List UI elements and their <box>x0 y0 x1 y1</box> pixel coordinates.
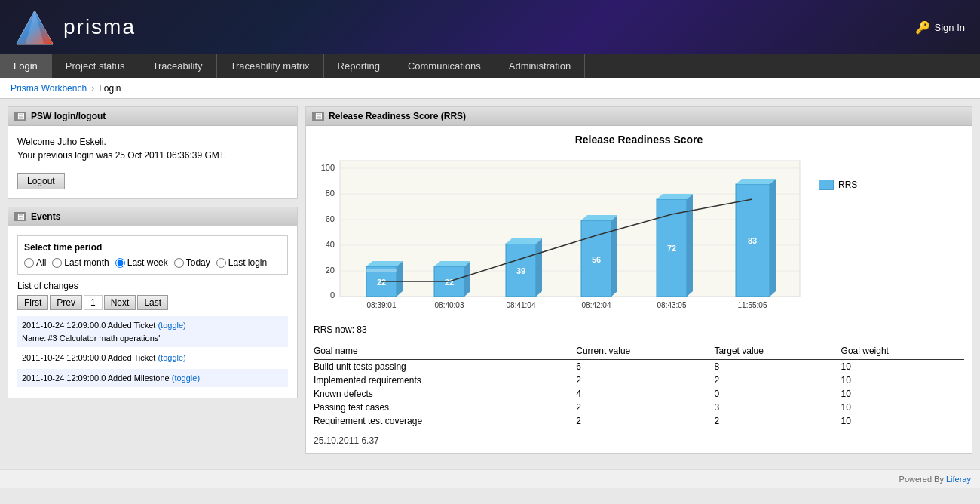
svg-text:08:43:05: 08:43:05 <box>657 301 687 309</box>
table-row: Passing test cases2310 <box>314 401 964 414</box>
login-panel-header: ▤ PSW login/logout <box>8 107 297 126</box>
left-panel: ▤ PSW login/logout Welcome Juho Eskeli. … <box>8 106 298 462</box>
last-button[interactable]: Last <box>137 295 168 310</box>
right-panel: ▤ Release Readiness Score (RRS) Release … <box>305 106 972 462</box>
welcome-line2: Your previous login was 25 Oct 2011 06:3… <box>17 149 288 162</box>
svg-text:0: 0 <box>330 290 335 300</box>
list-changes-label: List of changes <box>17 281 288 291</box>
event-item-2: 2011-10-24 12:09:00.0 Added Ticket (togg… <box>17 349 288 367</box>
rrs-panel: ▤ Release Readiness Score (RRS) Release … <box>305 106 972 454</box>
event-item-1: 2011-10-24 12:09:00.0 Added Ticket (togg… <box>17 316 288 347</box>
first-button[interactable]: First <box>17 295 48 310</box>
nav-item-administration[interactable]: Administration <box>495 54 585 78</box>
events-panel: ▤ Events Select time period All Last mon… <box>8 207 298 398</box>
welcome-text: Welcome Juho Eskeli. Your previous login… <box>17 135 288 162</box>
table-row: Build unit tests passing6810 <box>314 360 964 374</box>
breadcrumb: Prisma Workbench › Login <box>0 78 980 99</box>
svg-text:08:40:03: 08:40:03 <box>435 301 464 309</box>
col-goal-weight: Goal weight <box>841 344 964 360</box>
chart-area: Release Readiness Score 100 80 60 40 20 … <box>306 126 972 453</box>
svg-rect-17 <box>366 269 397 272</box>
svg-text:39: 39 <box>516 266 525 275</box>
svg-text:20: 20 <box>326 266 335 275</box>
chart-title: Release Readiness Score <box>314 134 964 146</box>
event-item-3: 2011-10-24 12:09:00.0 Added Milestone (t… <box>17 369 288 388</box>
radio-last-month[interactable]: Last month <box>52 257 109 268</box>
svg-marker-18 <box>397 261 403 297</box>
pagination: First Prev 1 Next Last <box>17 295 288 310</box>
radio-today[interactable]: Today <box>174 257 210 268</box>
svg-text:11:55:05: 11:55:05 <box>738 301 767 309</box>
svg-text:100: 100 <box>321 163 335 172</box>
login-panel: ▤ PSW login/logout Welcome Juho Eskeli. … <box>8 106 298 199</box>
toggle-link-3[interactable]: (toggle) <box>172 373 200 383</box>
goals-table: Goal name Current value Target value Goa… <box>314 344 964 428</box>
svg-marker-23 <box>434 261 470 266</box>
chart-legend: RRS <box>819 180 857 190</box>
logo: prisma <box>15 8 136 47</box>
legend-box <box>819 180 834 190</box>
nav-item-traceability[interactable]: Traceability <box>139 54 217 78</box>
time-period-box: Select time period All Last month Last w… <box>17 235 288 275</box>
main-content: ▤ PSW login/logout Welcome Juho Eskeli. … <box>0 99 980 469</box>
toggle-link-2[interactable]: (toggle) <box>158 353 185 362</box>
col-current-value: Current value <box>576 344 714 360</box>
nav-item-reporting[interactable]: Reporting <box>324 54 394 78</box>
footer-text: Powered By <box>899 475 946 484</box>
svg-text:22: 22 <box>377 278 386 287</box>
svg-text:56: 56 <box>592 255 601 264</box>
radio-all[interactable]: All <box>24 257 46 268</box>
svg-marker-26 <box>536 238 542 297</box>
radio-last-week[interactable]: Last week <box>115 257 168 268</box>
svg-marker-19 <box>366 261 403 266</box>
svg-marker-34 <box>687 194 693 297</box>
svg-rect-9 <box>340 161 800 297</box>
events-panel-body: Select time period All Last month Last w… <box>8 226 297 398</box>
panel-icon-login: ▤ <box>14 112 26 121</box>
time-period-title: Select time period <box>24 242 281 253</box>
table-row: Implemented requirements2210 <box>314 373 964 387</box>
header: prisma 🔑 Sign In <box>0 0 980 54</box>
panel-icon-rrs: ▤ <box>312 112 324 121</box>
sign-in-link[interactable]: 🔑 Sign In <box>915 20 965 35</box>
nav-item-login[interactable]: Login <box>0 54 52 78</box>
chart-wrapper: 100 80 60 40 20 0 <box>314 157 964 315</box>
breadcrumb-home[interactable]: Prisma Workbench <box>11 83 87 94</box>
welcome-line1: Welcome Juho Eskeli. <box>17 135 288 149</box>
events-panel-title: Events <box>31 211 60 222</box>
logo-text: prisma <box>63 15 136 39</box>
nav-item-project-status[interactable]: Project status <box>52 54 139 78</box>
next-button[interactable]: Next <box>104 295 136 310</box>
table-row: Requirement test coverage2210 <box>314 414 964 428</box>
rrs-panel-header: ▤ Release Readiness Score (RRS) <box>306 107 972 126</box>
breadcrumb-current: Login <box>99 83 121 94</box>
svg-text:60: 60 <box>326 214 335 223</box>
nav-bar: LoginProject statusTraceabilityTraceabil… <box>0 54 980 78</box>
svg-text:80: 80 <box>326 189 335 198</box>
rrs-panel-title: Release Readiness Score (RRS) <box>329 111 466 121</box>
svg-text:08:39:01: 08:39:01 <box>367 301 397 309</box>
breadcrumb-separator: › <box>91 83 94 94</box>
events-panel-header: ▤ Events <box>8 207 297 226</box>
svg-text:72: 72 <box>667 244 676 253</box>
svg-marker-35 <box>657 194 693 199</box>
nav-item-traceability-matrix[interactable]: Traceability matrix <box>217 54 324 78</box>
nav-item-communications[interactable]: Communications <box>394 54 495 78</box>
toggle-link-1[interactable]: (toggle) <box>158 321 185 330</box>
logout-button[interactable]: Logout <box>17 173 65 189</box>
table-row: Known defects4010 <box>314 387 964 401</box>
svg-marker-31 <box>581 215 617 220</box>
page-number: 1 <box>84 295 103 310</box>
key-icon: 🔑 <box>915 20 930 35</box>
prev-button[interactable]: Prev <box>50 295 82 310</box>
col-target-value: Target value <box>715 344 841 360</box>
svg-text:22: 22 <box>445 278 454 287</box>
timestamp: 25.10.2011 6.37 <box>314 435 964 446</box>
svg-text:83: 83 <box>748 236 757 245</box>
footer: Powered By Liferay <box>0 469 980 488</box>
login-panel-body: Welcome Juho Eskeli. Your previous login… <box>8 126 297 198</box>
svg-text:08:41:04: 08:41:04 <box>507 301 536 309</box>
radio-last-login[interactable]: Last login <box>216 257 267 268</box>
radio-group: All Last month Last week Today Last <box>24 257 281 268</box>
liferay-link[interactable]: Liferay <box>946 475 971 484</box>
